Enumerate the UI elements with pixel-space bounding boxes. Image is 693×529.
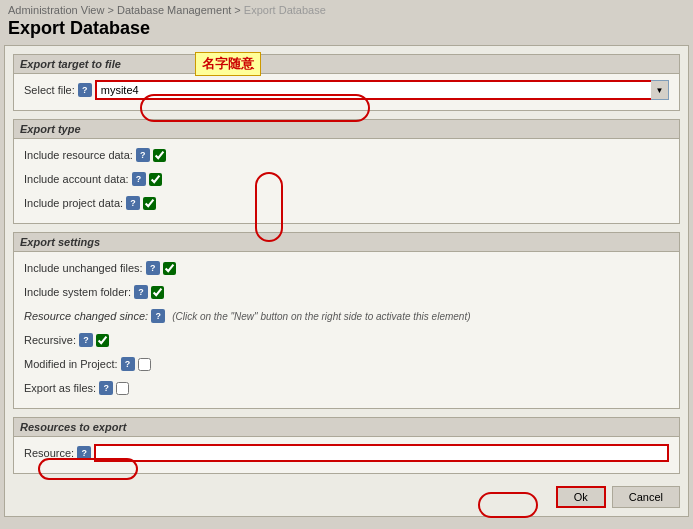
export-settings-body: Include unchanged files: ? Include syste… xyxy=(14,252,679,408)
export-files-checkbox[interactable] xyxy=(116,382,129,395)
ok-button[interactable]: Ok xyxy=(556,486,606,508)
resource-data-label: Include resource data: xyxy=(24,149,133,161)
main-container: Export target to file Select file: ? mys… xyxy=(4,45,689,517)
account-data-row: Include account data: ? xyxy=(24,169,669,189)
annotation-label: 名字随意 xyxy=(195,52,261,76)
project-data-row: Include project data: ? xyxy=(24,193,669,213)
cancel-button[interactable]: Cancel xyxy=(612,486,680,508)
account-data-checkbox[interactable] xyxy=(149,173,162,186)
modified-project-checkbox[interactable] xyxy=(138,358,151,371)
export-settings-header: Export settings xyxy=(14,233,679,252)
export-target-header: Export target to file xyxy=(14,55,679,74)
export-settings-section: Export settings Include unchanged files:… xyxy=(13,232,680,409)
resource-changed-help-icon[interactable]: ? xyxy=(151,309,165,323)
buttons-row: Ok Cancel xyxy=(5,480,688,508)
unchanged-files-label: Include unchanged files: xyxy=(24,262,143,274)
export-files-row: Export as files: ? xyxy=(24,378,669,398)
breadcrumb: Administration View > Database Managemen… xyxy=(0,0,693,18)
export-type-body: Include resource data: ? Include account… xyxy=(14,139,679,223)
resource-changed-row: Resource changed since: ? (Click on the … xyxy=(24,306,669,326)
recursive-help-icon[interactable]: ? xyxy=(79,333,93,347)
export-files-help-icon[interactable]: ? xyxy=(99,381,113,395)
unchanged-files-row: Include unchanged files: ? xyxy=(24,258,669,278)
select-file-label: Select file: xyxy=(24,84,75,96)
resource-changed-label: Resource changed since: xyxy=(24,310,148,322)
resource-data-row: Include resource data: ? xyxy=(24,145,669,165)
system-folder-checkbox[interactable] xyxy=(151,286,164,299)
select-file-wrapper: mysite4 ▼ xyxy=(95,80,669,100)
system-folder-row: Include system folder: ? xyxy=(24,282,669,302)
resource-text-input[interactable] xyxy=(94,444,669,462)
recursive-row: Recursive: ? xyxy=(24,330,669,350)
resources-export-body: Resource: ? xyxy=(14,437,679,473)
export-type-section: Export type Include resource data: ? Inc… xyxy=(13,119,680,224)
export-type-header: Export type xyxy=(14,120,679,139)
system-folder-label: Include system folder: xyxy=(24,286,131,298)
select-file-row: Select file: ? mysite4 ▼ xyxy=(24,80,669,100)
project-data-help-icon[interactable]: ? xyxy=(126,196,140,210)
system-folder-help-icon[interactable]: ? xyxy=(134,285,148,299)
account-data-label: Include account data: xyxy=(24,173,129,185)
unchanged-files-checkbox[interactable] xyxy=(163,262,176,275)
resource-data-checkbox[interactable] xyxy=(153,149,166,162)
export-target-section: Export target to file Select file: ? mys… xyxy=(13,54,680,111)
resource-field-help-icon[interactable]: ? xyxy=(77,446,91,460)
recursive-checkbox[interactable] xyxy=(96,334,109,347)
export-target-body: Select file: ? mysite4 ▼ xyxy=(14,74,679,110)
project-data-checkbox[interactable] xyxy=(143,197,156,210)
select-arrow-icon[interactable]: ▼ xyxy=(651,80,669,100)
select-file-help-icon[interactable]: ? xyxy=(78,83,92,97)
select-file-dropdown[interactable]: mysite4 xyxy=(95,80,651,100)
resource-field-row: Resource: ? xyxy=(24,443,669,463)
unchanged-files-help-icon[interactable]: ? xyxy=(146,261,160,275)
resource-data-help-icon[interactable]: ? xyxy=(136,148,150,162)
page-title: Export Database xyxy=(0,18,693,45)
modified-project-row: Modified in Project: ? xyxy=(24,354,669,374)
resources-export-header: Resources to export xyxy=(14,418,679,437)
resources-export-section: Resources to export Resource: ? xyxy=(13,417,680,474)
project-data-label: Include project data: xyxy=(24,197,123,209)
resource-field-label: Resource: xyxy=(24,447,74,459)
modified-project-help-icon[interactable]: ? xyxy=(121,357,135,371)
export-files-label: Export as files: xyxy=(24,382,96,394)
resource-changed-note: (Click on the "New" button on the right … xyxy=(172,311,470,322)
account-data-help-icon[interactable]: ? xyxy=(132,172,146,186)
modified-project-label: Modified in Project: xyxy=(24,358,118,370)
recursive-label: Recursive: xyxy=(24,334,76,346)
